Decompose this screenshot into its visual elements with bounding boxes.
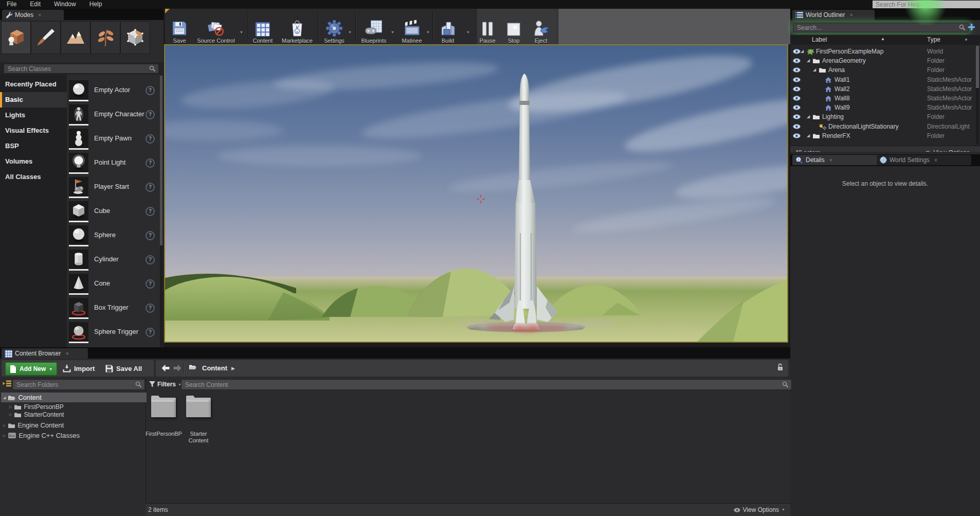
outliner-row[interactable]: Wall1StaticMeshActor: [790, 75, 980, 84]
help-icon[interactable]: ?: [146, 134, 155, 144]
toolbar-button-stop[interactable]: Stop: [506, 19, 521, 44]
save-all-button[interactable]: Save All: [105, 362, 142, 375]
place-item-box-trigger[interactable]: Box Trigger?: [67, 296, 160, 321]
help-icon[interactable]: ?: [146, 328, 155, 337]
sort-asc-icon[interactable]: ▲: [881, 34, 885, 44]
visibility-eye-icon[interactable]: [793, 86, 801, 92]
outliner-row[interactable]: DirectionalLightStationaryDirectionalLig…: [790, 122, 980, 131]
expanded-arrow-icon[interactable]: ◢: [3, 396, 6, 400]
place-item-cylinder[interactable]: Cylinder?: [67, 248, 160, 272]
tree-item-content[interactable]: ◢Content: [1, 393, 147, 402]
close-icon[interactable]: ×: [829, 157, 832, 163]
breadcrumb-arrow-icon[interactable]: ▶: [231, 362, 235, 375]
outliner-row[interactable]: ◢ArenaGeometryFolder: [790, 56, 980, 65]
asset-firstpersonbp[interactable]: FirstPersonBP: [146, 395, 182, 437]
tree-item-engine-c-classes[interactable]: ▷C++Engine C++ Classes: [1, 431, 147, 440]
cb-view-options[interactable]: View Options ▼: [734, 504, 785, 516]
dropdown-arrow-icon[interactable]: ▼: [240, 30, 243, 34]
close-icon[interactable]: ×: [65, 350, 68, 357]
help-icon[interactable]: ?: [146, 158, 155, 168]
dropdown-arrow-icon[interactable]: ▼: [426, 30, 430, 34]
back-button[interactable]: [161, 364, 170, 372]
category-volumes[interactable]: Volumes: [0, 154, 70, 169]
help-icon[interactable]: ?: [146, 110, 155, 119]
place-item-point-light[interactable]: Point Light?: [67, 151, 160, 175]
close-icon[interactable]: ×: [934, 157, 937, 163]
tree-item-engine-content[interactable]: ▷Engine Content: [1, 420, 147, 430]
toolbar-button-blueprints[interactable]: Blueprints: [361, 19, 387, 44]
toolbar-button-build[interactable]: Build: [440, 19, 456, 44]
expand-icon[interactable]: ◢: [813, 65, 816, 75]
place-item-cube[interactable]: Cube?: [67, 200, 160, 224]
outliner-row[interactable]: ◢FirstPersonExampleMapWorld: [790, 47, 980, 56]
add-new-button[interactable]: Add New ▼: [5, 362, 57, 376]
mode-tab-landscape-mode[interactable]: [61, 21, 90, 54]
help-icon[interactable]: ?: [146, 86, 155, 95]
tree-item-startercontent[interactable]: ▷StarterContent: [1, 411, 153, 418]
toolbar-button-eject[interactable]: Eject: [533, 19, 549, 44]
category-lights[interactable]: Lights: [0, 108, 70, 123]
close-icon[interactable]: ×: [38, 12, 41, 18]
tab-content-browser[interactable]: Content Browser ×: [2, 348, 88, 359]
expand-icon[interactable]: ◢: [801, 47, 804, 56]
visibility-eye-icon[interactable]: [793, 77, 801, 82]
toolbar-button-content[interactable]: Content: [253, 19, 273, 44]
help-icon[interactable]: ?: [146, 255, 155, 264]
mode-tab-paint-mode[interactable]: [31, 21, 61, 54]
toolbar-button-settings[interactable]: Settings: [324, 19, 344, 44]
outliner-row[interactable]: Wall2StaticMeshActor: [790, 84, 980, 94]
visibility-eye-icon[interactable]: [793, 105, 801, 110]
collapsed-arrow-icon[interactable]: ▷: [3, 434, 6, 438]
category-basic[interactable]: Basic: [0, 92, 70, 108]
outliner-search-input[interactable]: [796, 24, 959, 32]
type-filter-icon[interactable]: ▼: [964, 35, 968, 45]
dropdown-arrow-icon[interactable]: ▼: [466, 30, 470, 34]
sources-toggle-icon[interactable]: [3, 380, 11, 387]
breadcrumb[interactable]: Content: [202, 362, 227, 375]
category-visual-effects[interactable]: Visual Effects: [0, 123, 70, 138]
asset-starter-content[interactable]: Starter Content: [180, 395, 216, 444]
close-icon[interactable]: ×: [849, 12, 852, 18]
search-folders-input[interactable]: [15, 381, 135, 389]
expand-icon[interactable]: ◢: [807, 131, 810, 140]
place-item-sphere[interactable]: Sphere?: [67, 224, 160, 248]
dropdown-arrow-icon[interactable]: ▼: [348, 30, 352, 34]
help-icon[interactable]: ?: [146, 207, 155, 216]
help-search-input[interactable]: Search For Help: [873, 1, 980, 8]
outliner-row[interactable]: ◢ArenaFolder: [790, 65, 980, 75]
tree-item-firstpersonbp[interactable]: ▷FirstPersonBP: [1, 403, 153, 411]
help-icon[interactable]: ?: [146, 279, 155, 289]
dropdown-arrow-icon[interactable]: ▼: [391, 30, 394, 34]
forward-button[interactable]: [173, 364, 182, 372]
visibility-eye-icon[interactable]: [793, 49, 801, 54]
items-scrollbar[interactable]: [160, 76, 162, 346]
category-all-classes[interactable]: All Classes: [0, 169, 70, 185]
filters-button[interactable]: Filters ▼: [149, 379, 182, 389]
outliner-row[interactable]: ◢RenderFXFolder: [790, 131, 980, 140]
visibility-eye-icon[interactable]: [793, 124, 801, 129]
visibility-eye-icon[interactable]: [793, 96, 801, 101]
tab-modes[interactable]: Modes ×: [2, 10, 64, 20]
visibility-eye-icon[interactable]: [793, 67, 801, 73]
tab-details[interactable]: i Details ×: [792, 155, 881, 165]
search-classes-input[interactable]: [7, 65, 149, 73]
toolbar-button-pause[interactable]: Pause: [479, 19, 495, 44]
mode-tab-geometry-mode[interactable]: [120, 21, 150, 54]
collapsed-arrow-icon[interactable]: ▷: [3, 423, 6, 428]
viewport[interactable]: [164, 44, 788, 343]
menu-window[interactable]: Window: [47, 0, 83, 9]
expand-icon[interactable]: ◢: [807, 56, 810, 65]
place-item-player-start[interactable]: Player Start?: [67, 175, 160, 200]
column-type[interactable]: Type: [927, 35, 940, 45]
toolbar-button-save[interactable]: Save: [172, 19, 187, 44]
tab-world-outliner[interactable]: World Outliner ×: [792, 10, 875, 20]
tab-world-settings[interactable]: World Settings ×: [877, 155, 971, 165]
create-icon[interactable]: [968, 23, 975, 31]
place-item-sphere-trigger[interactable]: Sphere Trigger?: [67, 321, 160, 345]
place-item-empty-pawn[interactable]: Empty Pawn?: [67, 127, 160, 151]
visibility-eye-icon[interactable]: [793, 58, 801, 63]
collapsed-arrow-icon[interactable]: ▷: [9, 405, 12, 409]
toolbar-button-matinee[interactable]: Matinee: [402, 19, 422, 44]
place-item-empty-actor[interactable]: Empty Actor?: [67, 79, 160, 103]
mode-tab-foliage-mode[interactable]: [90, 21, 120, 54]
